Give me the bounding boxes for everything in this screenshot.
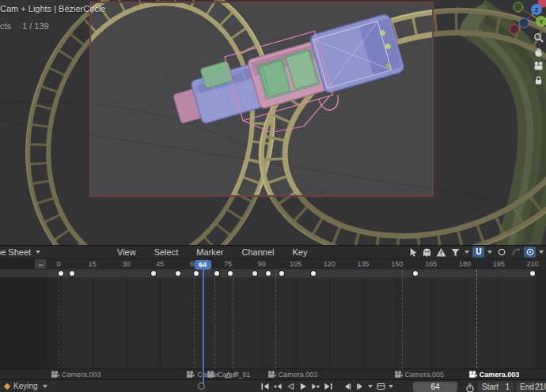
filter-icon[interactable] xyxy=(449,247,461,258)
end-value: 210 xyxy=(535,383,546,391)
stopwatch-icon[interactable] xyxy=(465,382,475,392)
jump-to-next-keyframe-icon[interactable] xyxy=(310,382,321,391)
play-reverse-icon[interactable] xyxy=(285,382,296,391)
pan-hand-icon[interactable] xyxy=(532,46,544,58)
keyframe[interactable] xyxy=(530,271,535,276)
current-frame-field[interactable]: 64 xyxy=(413,382,457,392)
marker-label: Camera.003 xyxy=(480,371,520,379)
keyframe[interactable] xyxy=(59,271,63,276)
viewport-collection-label: Cam + Lights | BézierCircle xyxy=(0,4,105,13)
gridline xyxy=(228,270,229,368)
ruler-tick-180: 180 xyxy=(459,260,471,268)
timeline-marker-camera[interactable]: Camera.005 xyxy=(394,371,445,379)
gizmo-axis-z-neg[interactable] xyxy=(519,18,529,28)
render-view-icon[interactable] xyxy=(375,382,386,391)
viewport-stats: cts1 / 139 xyxy=(0,21,49,31)
editor-type-dropdown[interactable]: Dope Sheet xyxy=(0,247,44,258)
frame-start-field[interactable]: Start 1 xyxy=(478,382,514,392)
chevron-down-icon[interactable] xyxy=(368,385,373,388)
show-hidden-icon[interactable] xyxy=(421,247,433,258)
keyframe[interactable] xyxy=(151,271,156,276)
gridline xyxy=(397,270,398,368)
proportional-editing-icon[interactable] xyxy=(524,247,536,258)
timeline-marker-camera[interactable]: Camera.003 xyxy=(267,371,318,379)
keyframe[interactable] xyxy=(194,271,199,276)
jump-to-start-icon[interactable] xyxy=(260,382,271,391)
current-frame-badge[interactable]: 64 xyxy=(195,260,211,270)
camera-icon xyxy=(51,371,59,379)
show-errors-icon[interactable] xyxy=(435,247,447,258)
snap-target-icon[interactable] xyxy=(495,247,507,258)
keying-popover[interactable]: Keying xyxy=(5,382,48,390)
ruler-tick-30: 30 xyxy=(123,260,131,268)
marker-label: F_81 xyxy=(234,371,251,379)
menu-view[interactable]: View xyxy=(117,247,136,257)
timeline-marker[interactable]: F_81 xyxy=(225,371,251,379)
lock-icon[interactable] xyxy=(532,74,544,86)
ruler-tick-45: 45 xyxy=(156,260,164,268)
keyframe[interactable] xyxy=(413,271,418,276)
gridline xyxy=(262,270,263,368)
camera-icon xyxy=(267,371,276,379)
dope-sheet-editor: Dope Sheet ViewSelectMarkerChannelKey 01… xyxy=(0,245,546,379)
marker-line xyxy=(233,270,233,368)
transport-controls xyxy=(260,382,394,391)
gizmo-axis-x-neg[interactable] xyxy=(510,24,519,34)
jump-to-end-icon[interactable] xyxy=(323,382,334,391)
only-selected-icon[interactable] xyxy=(407,247,419,258)
playhead[interactable] xyxy=(203,270,204,380)
play-icon[interactable] xyxy=(298,382,309,391)
ruler-tick-0: 0 xyxy=(56,260,60,268)
jump-to-prev-keyframe-icon[interactable] xyxy=(272,382,283,391)
marker-strip[interactable]: Camera.003CamerCamerF_81Camera.003Camera… xyxy=(0,368,546,380)
marker-line xyxy=(476,270,477,368)
end-label: End xyxy=(520,383,534,391)
chevron-down-icon[interactable] xyxy=(389,385,393,388)
summary-keyframe-band[interactable] xyxy=(47,270,536,277)
expand-channels-button[interactable]: ↔ xyxy=(35,259,47,269)
gizmo-axis-y-neg[interactable] xyxy=(514,2,523,12)
frame-ruler[interactable]: 0153045607590105120135150165180195210 xyxy=(47,259,546,270)
chevron-down-icon[interactable] xyxy=(464,251,469,254)
zoom-icon[interactable] xyxy=(532,32,544,43)
marker-label: Camera.003 xyxy=(62,371,101,379)
viewport-nav-buttons xyxy=(532,32,544,86)
gizmo-y-label: Y xyxy=(539,18,544,25)
prev-frame-icon[interactable] xyxy=(342,382,353,391)
frame-end-field[interactable]: End 210 xyxy=(516,382,546,392)
gizmo-z-label: Z xyxy=(535,6,539,13)
keyframe-grid[interactable] xyxy=(47,270,546,368)
navigation-gizmo[interactable]: Z Y xyxy=(508,0,546,35)
marker-line xyxy=(402,270,403,368)
next-frame-icon[interactable] xyxy=(355,382,366,391)
auto-key-record-icon[interactable] xyxy=(198,383,205,390)
menu-channel[interactable]: Channel xyxy=(241,247,274,257)
3d-viewport[interactable]: Cam + Lights | BézierCircle cts1 / 139 Z… xyxy=(0,0,546,245)
gridline xyxy=(499,270,499,368)
marker-line xyxy=(194,270,195,368)
viewport-stats-label: cts xyxy=(0,21,11,31)
dope-sheet-body: 0153045607590105120135150165180195210 ↔ … xyxy=(0,259,546,380)
snap-icon[interactable] xyxy=(472,247,484,258)
start-value: 1 xyxy=(505,383,510,391)
menu-select[interactable]: Select xyxy=(154,247,179,257)
camera-icon xyxy=(207,371,215,379)
timeline-marker-camera[interactable]: Camera.003 xyxy=(51,371,101,379)
gridline xyxy=(296,270,297,368)
timeline-marker-camera[interactable]: Camera.003 xyxy=(468,371,520,379)
summary-channel-row[interactable] xyxy=(0,270,47,277)
ruler-tick-165: 165 xyxy=(425,260,437,268)
gridline xyxy=(93,270,93,368)
keyframe[interactable] xyxy=(228,271,233,276)
menu-marker[interactable]: Marker xyxy=(196,247,223,257)
ruler-tick-120: 120 xyxy=(324,260,336,268)
keyframe[interactable] xyxy=(214,271,219,276)
chevron-down-icon[interactable] xyxy=(539,251,544,254)
camera-view-icon[interactable] xyxy=(532,60,544,72)
menu-key[interactable]: Key xyxy=(292,247,307,257)
falloff-icon[interactable] xyxy=(510,247,521,258)
chevron-down-icon[interactable] xyxy=(487,251,492,254)
channel-region[interactable] xyxy=(0,259,47,368)
scene-canvas[interactable] xyxy=(0,0,546,245)
gridline xyxy=(329,270,330,368)
